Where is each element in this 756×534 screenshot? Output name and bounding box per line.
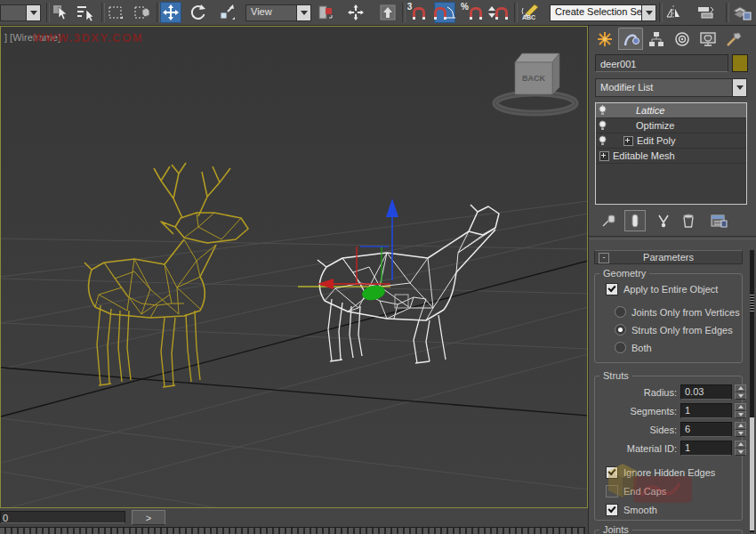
spinner-up-icon[interactable] [735,403,746,411]
segments-input[interactable]: 1 [680,403,732,418]
radio-icon[interactable] [615,324,626,336]
stack-row-optimize[interactable]: Optimize [596,118,746,134]
angle-snap-button[interactable] [434,2,455,23]
stack-row-lattice[interactable]: Lattice [596,103,746,118]
select-cursor-icon [52,4,69,21]
end-caps-checkbox[interactable]: End Caps [606,485,666,498]
bulb-on-icon[interactable] [598,120,607,132]
radio-icon[interactable] [615,306,626,318]
window-crossing-button[interactable] [132,2,153,23]
select-by-name-button[interactable] [75,2,96,23]
chevron-down-icon [296,5,310,20]
list-cursor-icon [76,4,95,21]
snap-toggle-3d-button[interactable]: 3 [406,2,427,23]
keyboard-override-button[interactable]: ABC [519,2,543,23]
spinner-down-icon[interactable] [735,392,746,400]
object-name-field[interactable]: deer001 [595,54,728,72]
viewcube[interactable]: BACK [495,53,586,113]
show-end-result-button[interactable] [624,210,646,231]
expand-plus-icon[interactable] [599,151,609,161]
radio-struts-only[interactable]: Struts Only from Edges [615,324,733,336]
tab-modify[interactable] [618,28,643,50]
parameters-scrollbar[interactable] [750,250,754,532]
gizmo-z-axis[interactable] [386,198,398,280]
ignore-hidden-edges-checkbox[interactable]: Ignore Hidden Edges [606,466,715,479]
stack-row-editable-mesh[interactable]: Editable Mesh [596,149,746,164]
spinner-snap-button[interactable] [487,2,509,23]
select-and-move-button[interactable] [160,2,181,23]
perspective-viewport[interactable]: BACK ] [Wireframe] WWW.3DXY.COM [0,26,588,508]
viewport-canvas[interactable]: BACK [1,27,587,507]
field-label: Sides: [595,425,680,435]
scrollbar-thumb[interactable] [750,417,754,530]
deer-object-selected[interactable] [84,163,248,387]
stack-row-edit-poly[interactable]: Edit Poly [596,134,746,149]
stack-toolbar [589,209,756,232]
track-bar[interactable] [0,527,585,534]
material-id-input[interactable]: 1 [680,441,732,456]
time-slider[interactable]: 0 [0,511,125,523]
rect-selection-region-button[interactable] [105,2,126,23]
scrollbar-grip[interactable] [750,293,754,312]
sides-input[interactable]: 6 [680,422,732,437]
next-frame-button[interactable]: > [132,510,165,525]
align-button[interactable] [695,2,716,23]
modifier-list-dropdown[interactable]: Modifier List [595,78,747,97]
spinner-down-icon[interactable] [735,430,746,438]
radio-joints-only[interactable]: Joints Only from Vertices [615,306,740,318]
checkbox-icon[interactable] [606,466,618,479]
tab-create[interactable] [592,28,617,50]
layer-manager-button[interactable] [731,2,752,23]
checkbox-icon[interactable] [606,283,618,295]
home-grid [1,201,587,507]
expand-plus-icon[interactable] [623,136,633,146]
bulb-on-icon[interactable] [598,135,607,147]
radio-both[interactable]: Both [615,342,652,353]
rollout-title: Parameters [643,252,694,263]
end-result-icon [628,213,642,229]
radius-input[interactable]: 0.03 [680,384,732,400]
hierarchy-icon [647,30,665,48]
group-title: Struts [599,370,632,381]
radio-icon[interactable] [615,342,626,353]
select-and-scale-button[interactable] [216,2,237,23]
selection-set-dropdown[interactable]: Create Selection Se [550,2,656,23]
checkbox-icon[interactable] [606,485,618,498]
make-unique-button[interactable] [653,210,674,231]
percent-snap-button[interactable]: % [461,2,482,23]
tab-display[interactable] [696,28,720,50]
radio-label: Joints Only from Vertices [631,307,740,318]
tab-motion[interactable] [670,28,695,50]
spinner-up-icon[interactable] [735,441,746,449]
command-panel: deer001 Modifier List Lattice Optimize E… [588,26,756,534]
checkbox-label: End Caps [623,486,666,497]
group-title: Geometry [599,268,649,279]
spinner-up-icon[interactable] [735,422,746,430]
tab-hierarchy[interactable] [644,28,669,50]
collapse-icon[interactable]: - [599,253,609,263]
use-pivot-center-button[interactable] [315,2,336,23]
tab-utilities[interactable] [721,28,746,50]
configure-modifier-sets-button[interactable] [708,210,729,231]
parameters-rollout-header[interactable]: - Parameters [594,250,743,264]
main-toolbar: View 3 % ABC [0,0,756,26]
apply-entire-object-checkbox[interactable]: Apply to Entire Object [606,283,718,295]
reference-coordinate-dropdown[interactable]: View [245,2,311,23]
bulb-on-icon[interactable] [598,105,607,117]
up-arrow-icon [379,4,397,21]
toolbar-partial-dropdown[interactable] [0,2,41,23]
select-and-rotate-button[interactable] [188,2,209,23]
select-and-manipulate-button[interactable] [345,2,366,23]
spinner-down-icon[interactable] [735,411,746,419]
checkbox-icon[interactable] [606,504,618,516]
spinner-down-icon[interactable] [735,449,746,457]
select-and-place-button[interactable] [377,2,398,23]
select-object-button[interactable] [50,2,71,23]
make-unique-icon [655,213,672,229]
remove-modifier-button[interactable] [678,210,699,231]
spinner-up-icon[interactable] [735,384,746,392]
mirror-button[interactable] [663,2,684,23]
object-color-swatch[interactable] [732,54,748,72]
pin-stack-button[interactable] [598,210,619,231]
smooth-checkbox[interactable]: Smooth [606,504,657,516]
